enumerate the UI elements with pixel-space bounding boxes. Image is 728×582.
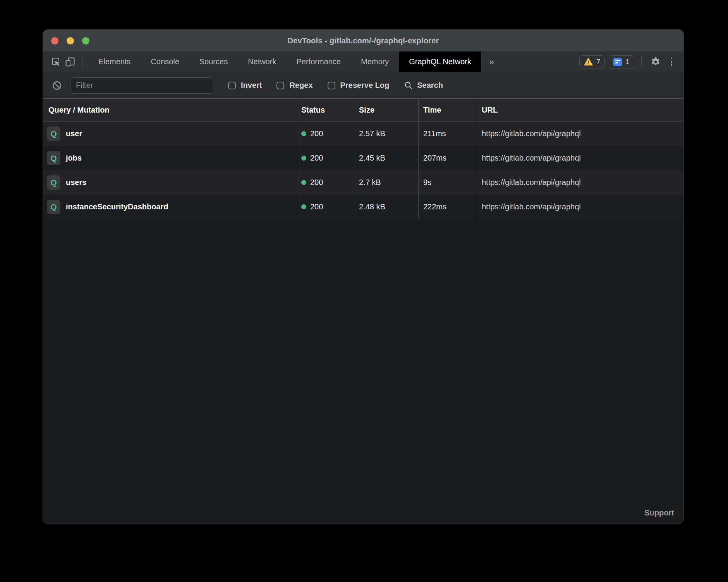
query-name: jobs	[66, 154, 82, 163]
response-time: 222ms	[419, 195, 477, 219]
traffic-lights	[51, 30, 89, 51]
tab-memory[interactable]: Memory	[351, 51, 399, 72]
toolbar-right-controls: 7 1	[579, 51, 683, 72]
issues-count: 1	[625, 58, 630, 66]
gear-icon[interactable]	[649, 55, 663, 69]
warning-icon	[584, 58, 593, 66]
request-url: https://gitlab.com/api/graphql	[477, 122, 683, 146]
preserve-log-checkbox-group[interactable]: Preserve Log	[328, 81, 390, 90]
preserve-log-label: Preserve Log	[340, 81, 390, 90]
panel-empty-area: Support	[43, 219, 683, 524]
status-code: 200	[310, 129, 323, 138]
column-header-query-mutation[interactable]: Query / Mutation	[43, 99, 298, 121]
status-ok-dot	[301, 131, 306, 136]
response-size: 2.7 kB	[354, 170, 419, 195]
preserve-log-checkbox[interactable]	[328, 82, 335, 89]
more-tabs-chevron-icon[interactable]: »	[481, 51, 502, 72]
table-row[interactable]: Q jobs 200 2.45 kB 207ms https://gitlab.…	[43, 146, 683, 170]
window-title: DevTools - gitlab.com/-/graphql-explorer	[287, 36, 439, 45]
tab-performance[interactable]: Performance	[287, 51, 351, 72]
regex-checkbox-group[interactable]: Regex	[276, 81, 312, 90]
table-row[interactable]: Q instanceSecurityDashboard 200 2.48 kB …	[43, 195, 683, 219]
regex-label: Regex	[289, 81, 312, 90]
title-bar[interactable]: DevTools - gitlab.com/-/graphql-explorer	[43, 30, 683, 51]
query-name: instanceSecurityDashboard	[66, 202, 168, 211]
query-type-badge: Q	[47, 200, 60, 214]
search-icon	[404, 81, 413, 90]
warnings-badge[interactable]: 7	[579, 55, 605, 68]
tab-network[interactable]: Network	[238, 51, 286, 72]
warnings-count: 7	[596, 58, 601, 66]
tab-console[interactable]: Console	[141, 51, 189, 72]
minimize-window-button[interactable]	[67, 37, 74, 45]
filter-bar: Invert Regex Preserve Log Search	[43, 72, 683, 99]
table-header: Query / Mutation Status Size Time URL	[43, 99, 683, 122]
invert-label: Invert	[241, 81, 262, 90]
response-size: 2.48 kB	[354, 195, 419, 219]
regex-checkbox[interactable]	[276, 82, 284, 89]
column-header-status[interactable]: Status	[298, 99, 354, 121]
column-header-time[interactable]: Time	[419, 99, 477, 121]
support-link[interactable]: Support	[644, 508, 683, 524]
more-options-icon[interactable]	[666, 55, 676, 69]
query-type-badge: Q	[47, 151, 60, 165]
tab-sources[interactable]: Sources	[189, 51, 238, 72]
tab-elements[interactable]: Elements	[88, 51, 141, 72]
device-toolbar-icon[interactable]	[63, 55, 77, 69]
response-time: 211ms	[419, 122, 477, 146]
search-button[interactable]: Search	[404, 81, 443, 90]
search-label: Search	[417, 81, 443, 90]
query-name: user	[66, 129, 82, 138]
devtools-window: DevTools - gitlab.com/-/graphql-explorer…	[43, 29, 684, 524]
zoom-window-button[interactable]	[82, 37, 89, 45]
request-url: https://gitlab.com/api/graphql	[477, 195, 683, 219]
status-code: 200	[310, 202, 323, 211]
status-ok-dot	[301, 180, 306, 185]
devtools-tab-bar: Elements Console Sources Network Perform…	[43, 51, 683, 72]
query-type-badge: Q	[47, 127, 60, 141]
table-row[interactable]: Q user 200 2.57 kB 211ms https://gitlab.…	[43, 122, 683, 146]
status-code: 200	[310, 154, 323, 163]
query-type-badge: Q	[47, 175, 60, 190]
response-size: 2.45 kB	[354, 146, 419, 170]
filter-input[interactable]	[70, 77, 213, 94]
request-url: https://gitlab.com/api/graphql	[477, 146, 683, 170]
response-time: 207ms	[419, 146, 477, 170]
clear-block-icon[interactable]	[50, 79, 64, 92]
message-icon	[613, 58, 622, 66]
status-ok-dot	[301, 204, 306, 209]
inspect-element-icon[interactable]	[49, 55, 63, 69]
tab-graphql-network[interactable]: GraphQL Network	[399, 51, 481, 72]
column-header-url[interactable]: URL	[477, 99, 683, 121]
request-url: https://gitlab.com/api/graphql	[477, 170, 683, 195]
status-code: 200	[310, 178, 323, 187]
column-header-size[interactable]: Size	[354, 99, 419, 121]
invert-checkbox-group[interactable]: Invert	[228, 81, 262, 90]
invert-checkbox[interactable]	[228, 82, 236, 89]
response-size: 2.57 kB	[354, 122, 419, 146]
toolbar-left-controls	[43, 51, 88, 72]
status-ok-dot	[301, 156, 306, 161]
table-row[interactable]: Q users 200 2.7 kB 9s https://gitlab.com…	[43, 170, 683, 195]
issues-badge[interactable]: 1	[609, 55, 634, 68]
response-time: 9s	[419, 170, 477, 195]
close-window-button[interactable]	[51, 37, 58, 45]
toolbar-separator	[82, 56, 83, 68]
panel-tabs: Elements Console Sources Network Perform…	[88, 51, 502, 72]
query-name: users	[66, 178, 86, 187]
toolbar-separator	[641, 56, 642, 68]
